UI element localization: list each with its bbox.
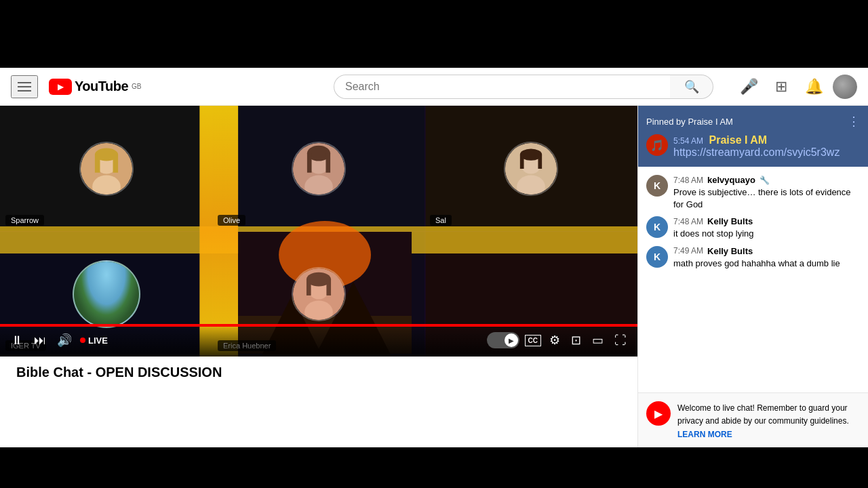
olive-avatar (292, 142, 346, 196)
next-button[interactable]: ⏭ (31, 331, 49, 350)
chat-name-0: kelvyquayo (707, 175, 755, 185)
chat-text-2: math proves god hahahha what a dumb lie (673, 258, 860, 270)
chat-name-2: Kelly Bults (707, 246, 753, 256)
svg-rect-32 (538, 155, 542, 169)
fullscreen-button[interactable]: ⛶ (612, 331, 629, 350)
svg-rect-38 (326, 279, 331, 296)
live-dot (80, 338, 85, 343)
pinned-username: Praise I AM (709, 134, 767, 146)
yt-icon (49, 79, 72, 95)
svg-rect-31 (520, 155, 524, 169)
playback-toggle[interactable]: ▶ (487, 332, 519, 348)
chat-text-1: it does not stop lying (673, 228, 860, 240)
learn-more-link[interactable]: LEARN MORE (677, 430, 860, 439)
settings-button[interactable]: ⚙ (547, 330, 563, 350)
miniplayer-button[interactable]: ⊡ (568, 330, 584, 350)
header-left: YouTubeGB (11, 75, 142, 98)
svg-rect-19 (94, 155, 100, 173)
header: YouTubeGB 🔍 🎤 ⊞ 🔔 (0, 68, 868, 106)
video-player: Sparrow (0, 106, 637, 357)
svg-rect-20 (113, 155, 118, 173)
sal-avatar (504, 142, 558, 196)
youtube-logo[interactable]: YouTubeGB (49, 79, 142, 95)
chat-meta-0: 7:48 AM kelvyquayo 🔧 (673, 175, 860, 185)
chat-message-1: K 7:48 AM Kelly Bults it does not stop l… (638, 214, 868, 243)
svg-rect-25 (307, 153, 311, 173)
youtube-logo-sm: ▶ (646, 401, 671, 426)
sal-nametag: Sal (430, 215, 452, 226)
chat-time-2: 7:49 AM (673, 246, 703, 256)
kelly-avatar-1: K (646, 216, 668, 238)
participant-sparrow: Sparrow (0, 106, 212, 231)
chat-text-0: Prove is subjective… there is lots of ev… (673, 186, 860, 211)
participant-sal: Sal (425, 106, 637, 231)
pinned-time: 5:54 AM (673, 136, 703, 146)
chat-meta-1: 7:48 AM Kelly Bults (673, 216, 860, 226)
chat-meta-2: 7:49 AM Kelly Bults (673, 246, 860, 256)
olive-face (293, 143, 344, 195)
chat-message-0: K 7:48 AM kelvyquayo 🔧 Prove is subjecti… (638, 172, 868, 214)
video-controls: ⏸ ⏭ 🔊 LIVE ▶ CC ⚙ ⊡ ▭ ⛶ (0, 324, 637, 357)
chat-message-2: K 7:49 AM Kelly Bults math proves god ha… (638, 243, 868, 272)
sparrow-avatar (79, 142, 134, 196)
pinned-more-button[interactable]: ⋮ (848, 114, 860, 129)
igertv-scenic (74, 262, 139, 327)
welcome-banner: ▶ Welcome to live chat! Remember to guar… (638, 392, 868, 447)
chat-section: Pinned by Praise I AM ⋮ 🎵 5:54 AM Praise… (637, 106, 868, 447)
welcome-text: Welcome to live chat! Remember to guard … (677, 403, 849, 426)
theater-button[interactable]: ▭ (589, 330, 606, 350)
header-right: 🎤 ⊞ 🔔 (735, 73, 857, 100)
praise-icon: 🎵 (650, 139, 664, 152)
video-title: Bible Chat - OPEN DISCUSSION (16, 365, 621, 380)
igertv-avatar (73, 260, 140, 328)
sparrow-face (81, 143, 132, 195)
account-button[interactable] (833, 75, 857, 99)
logo-text: YouTube (75, 79, 128, 94)
search-input[interactable] (334, 75, 670, 99)
chat-time-1: 7:48 AM (673, 217, 703, 226)
avatar (833, 75, 857, 99)
create-button[interactable]: ⊞ (768, 73, 795, 100)
welcome-body: Welcome to live chat! Remember to guard … (677, 401, 860, 439)
pinned-avatar: 🎵 (646, 134, 668, 156)
chat-body-1: 7:48 AM Kelly Bults it does not stop lyi… (673, 216, 860, 240)
playback-thumb: ▶ (505, 333, 518, 347)
chat-body-0: 7:48 AM kelvyquayo 🔧 Prove is subjective… (673, 175, 860, 211)
chat-name-1: Kelly Bults (707, 216, 753, 226)
olive-nametag: Olive (218, 215, 245, 226)
live-label: LIVE (88, 336, 108, 346)
volume-button[interactable]: 🔊 (54, 330, 75, 350)
chat-messages: K 7:48 AM kelvyquayo 🔧 Prove is subjecti… (638, 167, 868, 392)
video-info: Bible Chat - OPEN DISCUSSION (0, 357, 637, 380)
menu-button[interactable] (11, 75, 38, 98)
search-button[interactable]: 🔍 (670, 75, 713, 99)
kelvyquayo-avatar: K (646, 175, 668, 197)
pinned-content: 🎵 5:54 AM Praise I AM https://streamyard… (646, 134, 860, 159)
notifications-button[interactable]: 🔔 (800, 73, 827, 100)
search-container: 🔍 (334, 75, 713, 99)
chat-body-2: 7:49 AM Kelly Bults math proves god haha… (673, 246, 860, 270)
microphone-button[interactable]: 🎤 (735, 73, 762, 100)
live-badge: LIVE (80, 336, 108, 346)
video-section: Sparrow (0, 106, 637, 447)
wrench-icon-0: 🔧 (760, 176, 770, 185)
sal-face (505, 143, 557, 195)
pinned-body: 5:54 AM Praise I AM https://streamyard.c… (673, 134, 840, 159)
progress-bar[interactable] (0, 324, 637, 327)
sparrow-nametag: Sparrow (5, 215, 44, 226)
erica-avatar (292, 267, 346, 321)
chat-time-0: 7:48 AM (673, 176, 703, 185)
cc-button[interactable]: CC (525, 335, 541, 346)
content-area: Sparrow (0, 106, 868, 447)
svg-rect-26 (326, 153, 330, 173)
kelly-avatar-2: K (646, 246, 668, 268)
pause-button[interactable]: ⏸ (8, 331, 26, 350)
pinned-label: Pinned by Praise I AM (646, 117, 733, 127)
pinned-link[interactable]: https://streamyard.com/svyic5r3wz (673, 146, 840, 159)
logo-region: GB (132, 83, 141, 90)
erica-face (293, 268, 344, 320)
svg-rect-37 (306, 279, 311, 296)
pinned-header: Pinned by Praise I AM ⋮ (646, 114, 860, 129)
pinned-message: Pinned by Praise I AM ⋮ 🎵 5:54 AM Praise… (638, 106, 868, 167)
participant-olive: Olive (212, 106, 425, 231)
